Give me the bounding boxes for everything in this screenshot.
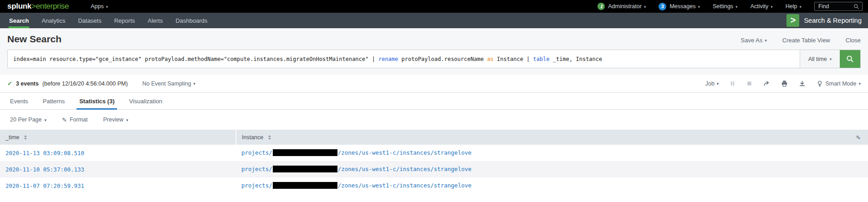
stop-job-button[interactable] — [746, 81, 752, 86]
chevron-down-icon: ▾ — [106, 5, 108, 9]
stop-icon — [746, 81, 752, 86]
job-done-check-icon: ✓ — [7, 80, 12, 87]
chevron-down-icon: ▾ — [735, 5, 738, 9]
query-segment-command: table — [533, 56, 550, 62]
logo-product: >enterprise — [31, 2, 69, 10]
close-button[interactable]: Close — [846, 37, 861, 44]
cell-time[interactable]: 2020-11-07 07:20:59.931 — [0, 177, 236, 194]
redaction-box — [273, 182, 337, 189]
pencil-icon: ✎ — [62, 116, 67, 123]
table-row: 2020-11-13 03:09:08.510projects//zones/u… — [0, 145, 868, 161]
cell-instance[interactable]: projects//zones/us-west1-c/instances/str… — [236, 177, 868, 194]
format-button[interactable]: ✎ Format — [62, 116, 88, 123]
find-search-box[interactable] — [814, 2, 863, 11]
chevron-down-icon: ▾ — [717, 82, 719, 86]
messages-menu-label: Messages — [669, 3, 695, 10]
pause-icon — [730, 81, 735, 86]
cell-instance[interactable]: projects//zones/us-west1-c/instances/str… — [236, 145, 868, 161]
events-count: 3 events — [16, 81, 39, 87]
save-as-button[interactable]: Save As ▾ — [740, 37, 766, 44]
settings-menu[interactable]: Settings ▾ — [713, 3, 738, 10]
search-query-input[interactable]: index=main resource.type="gce_instance" … — [8, 50, 800, 68]
query-segment-plain: _time, Instance — [550, 56, 602, 62]
table-row: 2020-11-10 05:37:00.133projects//zones/u… — [0, 161, 868, 177]
chevron-down-icon: ▾ — [45, 118, 47, 122]
table-row: 2020-11-07 07:20:59.931projects//zones/u… — [0, 177, 868, 194]
apps-menu[interactable]: Apps ▾ — [91, 3, 108, 10]
user-avatar-icon: i — [597, 3, 605, 10]
nav-item-dashboards[interactable]: Dashboards — [169, 13, 214, 28]
job-menu[interactable]: Job ▾ — [705, 81, 719, 87]
tab-events[interactable]: Events — [3, 93, 36, 109]
time-range-picker[interactable]: All time ▾ — [800, 50, 840, 68]
search-icon — [853, 4, 859, 10]
user-menu-label: Administrator — [608, 3, 642, 10]
query-segment-plain: index=main resource.type="gce_instance" … — [13, 56, 378, 62]
sort-icon — [24, 135, 27, 140]
query-segment-plain: protoPayload.resourceName — [398, 56, 487, 62]
query-segment-plain: Instance | — [494, 56, 533, 62]
nav-item-analytics[interactable]: Analytics — [35, 13, 71, 28]
current-app-badge[interactable]: > Search & Reporting — [786, 13, 868, 28]
cell-time[interactable]: 2020-11-13 03:09:08.510 — [0, 145, 236, 161]
edit-table-pencil-icon[interactable]: ✎ — [856, 134, 861, 141]
per-page-dropdown[interactable]: 20 Per Page ▾ — [10, 116, 46, 123]
column-header-time[interactable]: _time — [0, 130, 236, 145]
tab-patterns[interactable]: Patterns — [36, 93, 72, 109]
messages-count-badge: 3 — [659, 3, 666, 10]
cell-instance[interactable]: projects//zones/us-west1-c/instances/str… — [236, 161, 868, 177]
apps-menu-label: Apps — [91, 3, 104, 10]
redaction-box — [273, 166, 337, 172]
results-table-body: 2020-11-13 03:09:08.510projects//zones/u… — [0, 145, 868, 194]
find-input[interactable] — [817, 3, 852, 10]
column-header-instance[interactable]: Instance ✎ — [236, 130, 868, 145]
query-segment-modifier: as — [487, 56, 493, 62]
cell-time[interactable]: 2020-11-10 05:37:00.133 — [0, 161, 236, 177]
export-button[interactable] — [799, 80, 806, 87]
pause-job-button[interactable] — [730, 81, 735, 86]
events-qualifier: (before 12/16/20 4:56:04.000 PM) — [42, 81, 128, 87]
user-menu[interactable]: i Administrator ▾ — [597, 3, 646, 10]
splunk-logo[interactable]: splunk>enterprise — [7, 2, 69, 11]
search-bar: index=main resource.type="gce_instance" … — [7, 50, 861, 68]
results-controls: 20 Per Page ▾ ✎ Format Preview ▾ — [0, 110, 868, 130]
app-nav-bar: SearchAnalyticsDatasetsReportsAlertsDash… — [0, 13, 868, 28]
search-submit-button[interactable] — [840, 50, 860, 68]
event-sampling-menu[interactable]: No Event Sampling ▾ — [143, 81, 196, 87]
nav-item-datasets[interactable]: Datasets — [71, 13, 107, 28]
print-icon — [781, 80, 788, 87]
create-table-view-button[interactable]: Create Table View — [782, 37, 830, 44]
chevron-down-icon: ▾ — [771, 5, 773, 9]
chevron-down-icon: ▾ — [830, 57, 832, 61]
nav-item-reports[interactable]: Reports — [108, 13, 142, 28]
redaction-box — [273, 149, 337, 156]
page-title: New Search — [7, 34, 61, 45]
help-menu-label: Help — [786, 3, 797, 10]
table-header-row: _time Instance ✎ — [0, 130, 868, 145]
tab-statistics-3[interactable]: Statistics (3) — [72, 93, 122, 109]
search-mode-menu[interactable]: Smart Mode ▾ — [817, 81, 861, 87]
page-head: New Search Save As ▾ Create Table View C… — [0, 28, 868, 75]
share-job-button[interactable] — [763, 80, 770, 87]
messages-menu[interactable]: 3 Messages ▾ — [659, 3, 700, 10]
chevron-down-icon: ▾ — [765, 39, 767, 43]
current-app-name: Search & Reporting — [804, 17, 862, 24]
chevron-down-icon: ▾ — [858, 82, 861, 86]
search-icon — [846, 55, 854, 63]
nav-item-search[interactable]: Search — [3, 13, 35, 28]
top-bar: splunk>enterprise Apps ▾ i Administrator… — [0, 0, 868, 13]
search-reporting-app-icon: > — [786, 14, 799, 27]
lightbulb-icon — [817, 81, 823, 87]
preview-dropdown[interactable]: Preview ▾ — [103, 116, 128, 123]
results-tabs: EventsPatternsStatistics (3)Visualizatio… — [0, 93, 868, 110]
activity-menu[interactable]: Activity ▾ — [751, 3, 773, 10]
nav-item-alerts[interactable]: Alerts — [141, 13, 169, 28]
chevron-down-icon: ▾ — [194, 82, 196, 86]
print-button[interactable] — [781, 80, 788, 87]
job-status-bar: ✓ 3 events (before 12/16/20 4:56:04.000 … — [0, 75, 868, 93]
chevron-down-icon: ▾ — [644, 5, 646, 9]
help-menu[interactable]: Help ▾ — [786, 3, 802, 10]
tab-visualization[interactable]: Visualization — [122, 93, 169, 109]
results-table: _time Instance ✎ 2020-11-13 03:09:08.510… — [0, 130, 868, 194]
query-segment-command: rename — [378, 56, 398, 62]
